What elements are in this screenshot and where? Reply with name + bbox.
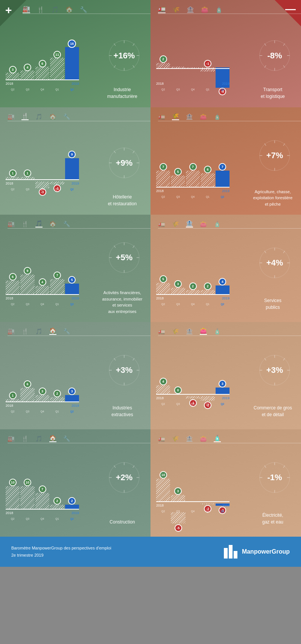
cell-construction: 🏭 🍴 🎵 🏠 🔧 10 10 7 bbox=[0, 429, 150, 537]
svg-rect-75 bbox=[229, 545, 233, 559]
bar-1: 3 bbox=[6, 73, 20, 80]
neg-t1 bbox=[156, 69, 170, 70]
pos-bars-t: 2 -1 bbox=[156, 49, 230, 68]
year-2018-t: 2018 bbox=[156, 82, 164, 85]
music-icon: 🎵 bbox=[51, 6, 59, 13]
manpower-bars-icon bbox=[223, 545, 238, 559]
cell-industries-extractives: 🏭 🍴 🎵 🏠 🔧 1 6 3 bbox=[0, 322, 150, 429]
row-1: 🏭 🍴 🎵 🏠 🔧 1 1 9 bbox=[0, 107, 301, 215]
bar-3: 6 bbox=[35, 67, 49, 80]
wheat-icon-a: 🌾 bbox=[172, 113, 179, 120]
cell-agriculture: 🚛 🌾 🏦 👛 🧴 7 5 7 bbox=[150, 107, 301, 215]
row-2: 🏭 🍴 🎵 🏠 🔧 6 9 4 bbox=[0, 215, 301, 322]
title-industries-extractives: Industriesextractives bbox=[100, 404, 145, 418]
chart-industrie: 3 4 6 11 16 bbox=[6, 43, 79, 92]
plus-corner bbox=[0, 0, 26, 26]
divider-line-r bbox=[158, 14, 301, 14]
year-labels-t: 2018 2019 bbox=[156, 82, 230, 85]
title-construction: Construction bbox=[100, 519, 145, 525]
quarter-labels: Q2 Q3 Q4 Q1 Q2 bbox=[6, 88, 79, 91]
brand-name: ManpowerGroup bbox=[242, 548, 290, 555]
quarter-labels-t: Q2 Q3 Q4 Q1 Q2 bbox=[156, 88, 230, 91]
bottle-icon-a: 🧴 bbox=[214, 113, 221, 120]
cell-finances: 🏭 🍴 🎵 🏠 🔧 6 9 4 bbox=[0, 215, 150, 322]
gauge-hotellerie: +9% bbox=[105, 146, 143, 180]
bar-t4: -1 bbox=[201, 67, 214, 68]
house-icon: 🏠 bbox=[65, 6, 73, 13]
divider-h bbox=[8, 121, 150, 121]
divider-line bbox=[23, 14, 150, 14]
title-transport: Transportet logistique bbox=[250, 86, 295, 100]
wrench-icon-h: 🔧 bbox=[63, 113, 70, 120]
bars-industrie: 3 4 6 11 16 bbox=[6, 46, 79, 80]
cell-services-publics: 🚛 🌾 🏦 👛 🧴 5 3 2 bbox=[150, 215, 301, 322]
bubble-4: 4 bbox=[24, 64, 31, 71]
title-commerce: Commerce de groset de détail bbox=[250, 404, 295, 418]
svg-rect-74 bbox=[224, 548, 228, 559]
wallet-icon: 👛 bbox=[201, 6, 208, 13]
title-hotellerie: Hôtellerieet restauration bbox=[100, 194, 145, 207]
q2-highlight: Q2 bbox=[65, 88, 79, 91]
baseline-h bbox=[6, 179, 79, 180]
bubble-6: 6 bbox=[39, 60, 46, 67]
neg-t4 bbox=[201, 69, 214, 72]
svg-rect-76 bbox=[234, 551, 237, 559]
baseline bbox=[6, 79, 79, 80]
neg-t3 bbox=[186, 69, 200, 70]
bubble-tm1: -1 bbox=[204, 60, 211, 67]
cell-commerce: 🚛 🌾 🏦 👛 🧴 4 0 3 bbox=[150, 322, 301, 429]
title-industrie: Industrie manufacturière bbox=[100, 86, 145, 100]
chart-transport: 2 -1 -8 bbox=[156, 43, 230, 92]
wallet-icon-a: 👛 bbox=[200, 113, 207, 120]
gauge-industrie: +16% bbox=[105, 38, 143, 72]
cell-electricite: 🚛 🌾 🏦 👛 🧴 10 3 bbox=[150, 429, 301, 537]
gauge-value-transport: -8% bbox=[267, 50, 282, 60]
icons-left-row0: 🏭 🍴 🎵 🏠 🔧 bbox=[23, 5, 87, 13]
house-icon-h: 🏠 bbox=[49, 113, 56, 120]
bar-t2 bbox=[171, 67, 185, 68]
footer: Baromètre ManpowerGroup des perspectives… bbox=[0, 537, 301, 567]
bubble-16: 16 bbox=[68, 40, 76, 48]
cell-hotellerie: 🏭 🍴 🎵 🏠 🔧 1 1 9 bbox=[0, 107, 150, 215]
gauge-circle-t: -8% bbox=[258, 38, 292, 72]
footer-period: 2e trimestre 2019 bbox=[11, 552, 111, 559]
minus-label: — bbox=[285, 4, 296, 14]
bar-t5 bbox=[216, 67, 230, 68]
q3: Q3 bbox=[20, 88, 34, 91]
row-4: 🏭 🍴 🎵 🏠 🔧 10 10 7 bbox=[0, 429, 301, 537]
footer-subtitle: Baromètre ManpowerGroup des perspectives… bbox=[11, 545, 111, 552]
year-2019-t: 2019 bbox=[222, 82, 230, 85]
page-container: + 🏭 🍴 🎵 🏠 🔧 3 4 bbox=[0, 0, 301, 567]
q2: Q2 bbox=[6, 88, 20, 91]
title-finances: Activités financières,assurance, immobil… bbox=[98, 290, 147, 314]
bar-t3 bbox=[186, 67, 200, 68]
truck-icon: 🚛 bbox=[158, 5, 166, 13]
cell-industrie: + 🏭 🍴 🎵 🏠 🔧 3 4 bbox=[0, 0, 150, 107]
title-electricite: Électricité,gaz et eau bbox=[250, 512, 295, 525]
icons-left-row1: 🏭 🍴 🎵 🏠 🔧 bbox=[8, 113, 70, 120]
bank-icon: 🏦 bbox=[187, 6, 194, 13]
wheat-icon: 🌾 bbox=[172, 6, 180, 13]
year-2018: 2018 bbox=[6, 82, 13, 85]
bar-2: 4 bbox=[20, 70, 34, 80]
bank-icon-a: 🏦 bbox=[186, 113, 193, 120]
neg-t2 bbox=[171, 69, 185, 70]
bottle-icon: 🧴 bbox=[215, 6, 223, 13]
music-icon-h: 🎵 bbox=[35, 113, 43, 120]
truck-icon-a: 🚛 bbox=[158, 113, 165, 120]
chart-agriculture: 7 5 7 6 7 201820 bbox=[156, 151, 230, 200]
bubble-11: 11 bbox=[53, 51, 61, 58]
fork-icon-h: 🍴 bbox=[21, 113, 29, 120]
bar-t1: 2 bbox=[156, 63, 170, 68]
plus-label: + bbox=[5, 5, 12, 16]
cell-transport: — 🚛 🌾 🏦 👛 🧴 2 bbox=[150, 0, 301, 107]
gauge-circle: +16% bbox=[107, 38, 141, 72]
title-services-publics: Servicespublics bbox=[250, 297, 295, 311]
gauge-value-industrie: +16% bbox=[114, 50, 135, 60]
bar-5-blue: 16 bbox=[65, 47, 79, 80]
gauge-transport: -8% bbox=[256, 38, 293, 72]
bubble-t2: 2 bbox=[160, 55, 167, 63]
q1: Q1 bbox=[50, 88, 64, 91]
icons-right-row1: 🚛 🌾 🏦 👛 🧴 bbox=[158, 113, 221, 120]
bubble-3: 3 bbox=[9, 66, 17, 73]
